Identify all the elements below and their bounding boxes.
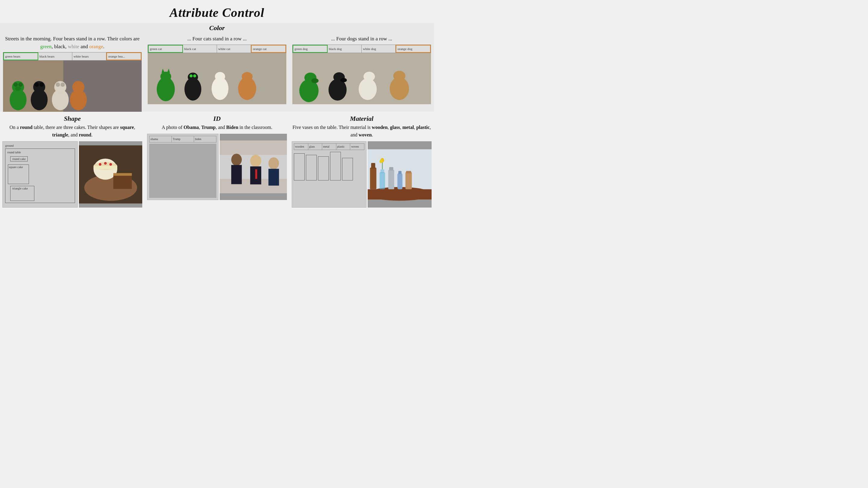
green-dog-box: green dog — [293, 45, 328, 53]
biden-box: biden — [194, 136, 216, 142]
shape-description: On a round table, there are three cakes.… — [2, 124, 142, 139]
svg-point-12 — [54, 81, 66, 93]
woven-box: woven — [350, 144, 364, 150]
plastic-vase-outline — [330, 152, 341, 181]
svg-rect-47 — [113, 173, 132, 175]
dogs-annotation-strip: green dog black dog white dog orange dog — [292, 44, 431, 53]
svg-point-75 — [379, 159, 382, 163]
black-cat-box: black cat — [183, 45, 217, 53]
white-cat-box: white cat — [217, 45, 251, 53]
shape-title: Shape — [64, 115, 81, 123]
svg-rect-45 — [93, 166, 117, 169]
svg-point-14 — [61, 83, 65, 87]
material-title: Material — [350, 115, 373, 123]
obama-box: obama — [150, 136, 172, 142]
svg-point-13 — [56, 83, 60, 87]
glass-vase-outline — [306, 155, 317, 181]
svg-point-50 — [109, 163, 112, 166]
metal-box: metal — [322, 144, 336, 150]
svg-point-16 — [72, 81, 84, 93]
svg-point-23 — [188, 73, 198, 82]
shape-section: Shape On a round table, there are three … — [0, 115, 145, 207]
svg-rect-46 — [113, 174, 132, 189]
svg-rect-54 — [231, 165, 242, 184]
bears-annotation-strip: green bears black bears white bears oran… — [3, 52, 142, 61]
svg-point-8 — [33, 81, 45, 93]
svg-point-33 — [311, 78, 318, 83]
id-pair: obama Trump biden — [147, 134, 287, 200]
woven-vase-outline — [342, 158, 353, 181]
cats-image — [148, 53, 286, 104]
id-description: A photo of Obama, Trump, and Biden in th… — [162, 124, 273, 131]
white-text: white — [68, 44, 79, 50]
svg-rect-64 — [371, 163, 375, 169]
shape-pair: ground round table round cake square cak… — [2, 141, 142, 207]
page-title: Attribute Control — [0, 0, 434, 23]
svg-point-49 — [104, 162, 107, 164]
svg-point-58 — [269, 157, 279, 169]
svg-rect-62 — [368, 189, 432, 199]
metal-vase-outline — [318, 156, 329, 181]
svg-rect-63 — [370, 167, 376, 189]
glass-box: glass — [308, 144, 322, 150]
svg-rect-59 — [269, 169, 279, 186]
triangle-cake-box: triangle cake — [10, 186, 34, 201]
svg-point-9 — [35, 83, 39, 87]
svg-point-55 — [250, 155, 261, 167]
orange-bears-box: orange bea... — [106, 53, 141, 60]
cats-description: ... Four cats stand in a row ... — [187, 35, 247, 43]
cats-annotation-strip: green cat black cat white cat orange cat — [148, 44, 286, 53]
svg-point-6 — [15, 87, 21, 91]
id-title: ID — [213, 115, 221, 123]
svg-rect-65 — [379, 172, 385, 189]
wooden-box: wooden — [294, 144, 308, 150]
svg-point-19 — [160, 72, 171, 82]
orange-text: orange — [89, 44, 103, 50]
material-photo — [368, 141, 432, 207]
dogs-description: ... Four dogs stand in a row ... — [331, 35, 393, 43]
material-annotation-strip: wooden glass metal plastic woven — [294, 143, 364, 150]
green-cat-box: green cat — [148, 45, 183, 53]
cats-column: ... Four cats stand in a row ... green c… — [145, 33, 289, 112]
svg-point-48 — [98, 163, 101, 166]
svg-rect-69 — [397, 173, 402, 189]
svg-rect-57 — [255, 169, 257, 179]
svg-rect-67 — [388, 170, 394, 189]
svg-point-24 — [190, 74, 193, 77]
material-section: Material Five vases on the table. Their … — [289, 115, 434, 207]
svg-point-36 — [340, 78, 347, 82]
trump-box: Trump — [172, 136, 194, 142]
svg-point-29 — [242, 72, 253, 81]
material-description: Five vases on the table. Their material … — [292, 124, 432, 139]
green-bears-box: green bears — [3, 53, 38, 60]
svg-point-37 — [359, 78, 377, 100]
round-cake-box: round cake — [10, 156, 28, 161]
svg-point-27 — [215, 72, 225, 81]
svg-point-5 — [19, 83, 23, 87]
ground-label: ground — [5, 144, 75, 147]
shape-photo — [79, 141, 142, 207]
svg-rect-72 — [406, 171, 411, 173]
color-section: Color Streets in the morning. Four bears… — [0, 23, 434, 112]
bears-description: Streets in the morning. Four bears stand… — [3, 35, 142, 50]
black-dog-box: black dog — [328, 45, 362, 53]
white-dog-box: white dog — [362, 45, 396, 53]
svg-rect-70 — [398, 171, 401, 174]
svg-point-38 — [364, 72, 375, 82]
bottom-row: Shape On a round table, there are three … — [0, 112, 434, 207]
green-text: green — [40, 44, 52, 50]
square-cake-box: square cake — [8, 164, 29, 184]
round-table-label: round table — [7, 151, 21, 154]
material-diagram: wooden glass metal plastic woven — [292, 141, 367, 207]
svg-point-53 — [231, 154, 242, 166]
bears-image — [3, 61, 142, 112]
shape-diagram: ground round table round cake square cak… — [2, 141, 78, 207]
bears-column: Streets in the morning. Four bears stand… — [0, 33, 145, 112]
black-bears-box: black bears — [38, 53, 72, 60]
svg-rect-68 — [389, 167, 393, 170]
wooden-vase-outline — [294, 153, 305, 181]
orange-dog-box: orange dog — [396, 45, 431, 53]
color-section-title: Color — [209, 22, 224, 32]
svg-point-4 — [13, 83, 18, 87]
plastic-box: plastic — [336, 144, 350, 150]
